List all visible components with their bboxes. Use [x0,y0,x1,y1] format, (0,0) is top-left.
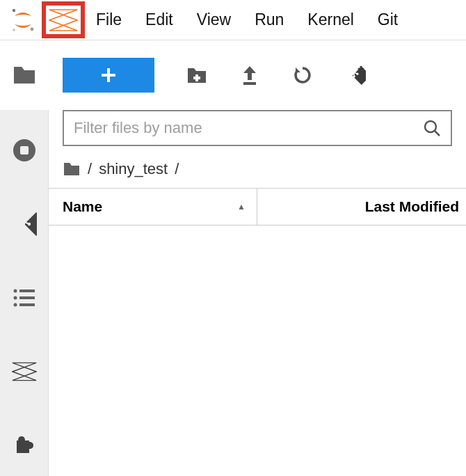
menu-edit[interactable]: Edit [145,10,173,29]
svg-point-13 [13,303,17,307]
svg-point-0 [13,8,15,11]
breadcrumb-sep: / [88,160,92,178]
breadcrumb[interactable]: / shiny_test / [49,154,466,188]
column-name[interactable]: Name ▲ [49,189,257,225]
svg-rect-14 [19,303,35,306]
svg-point-26 [425,121,436,132]
breadcrumb-sep: / [175,160,179,178]
filter-input[interactable] [74,119,423,137]
upload-button[interactable] [239,65,260,86]
menu-git[interactable]: Git [378,10,398,29]
file-list-header: Name ▲ Last Modified [49,188,466,225]
svg-point-11 [13,296,17,300]
svg-line-27 [435,131,440,136]
column-name-label: Name [63,198,102,215]
file-browser-toolbar [49,40,466,110]
posit-tab[interactable] [12,359,37,384]
filter-box[interactable] [63,110,452,146]
svg-rect-19 [243,82,256,85]
top-menu-bar: File Edit View Run Kernel Git [0,0,466,40]
refresh-button[interactable] [292,65,313,86]
svg-point-1 [31,27,34,31]
extensions-tab[interactable] [12,433,37,458]
file-list [49,225,466,476]
new-folder-button[interactable] [186,65,207,86]
running-terminals-tab[interactable] [12,138,37,163]
file-browser-panel: / shiny_test / Name ▲ Last Modified [49,40,466,476]
svg-rect-25 [358,68,364,70]
svg-rect-12 [19,296,35,299]
svg-point-9 [13,289,17,293]
new-launcher-button[interactable] [63,58,154,93]
svg-rect-10 [19,289,35,292]
column-modified-label: Last Modified [365,198,459,214]
breadcrumb-dir[interactable]: shiny_test [99,160,168,178]
column-last-modified[interactable]: Last Modified [257,198,466,215]
file-browser-tab[interactable] [0,40,49,110]
left-sidebar [0,40,49,476]
menu-run[interactable]: Run [255,10,284,29]
svg-point-2 [13,29,15,31]
folder-icon[interactable] [63,161,81,177]
menu-items: File Edit View Run Kernel Git [89,10,398,29]
svg-rect-16 [102,74,115,77]
git-tab[interactable] [12,212,37,237]
git-clone-button[interactable] [345,65,366,86]
menu-view[interactable]: View [197,10,231,29]
svg-rect-18 [193,77,200,79]
menu-kernel[interactable]: Kernel [307,10,353,29]
toc-tab[interactable] [12,285,37,310]
svg-rect-4 [20,146,29,154]
search-icon [423,119,441,137]
sort-asc-icon: ▲ [237,202,246,212]
menu-file[interactable]: File [96,10,122,29]
posit-icon-highlighted[interactable] [42,1,85,38]
jupyter-logo[interactable] [3,0,43,40]
